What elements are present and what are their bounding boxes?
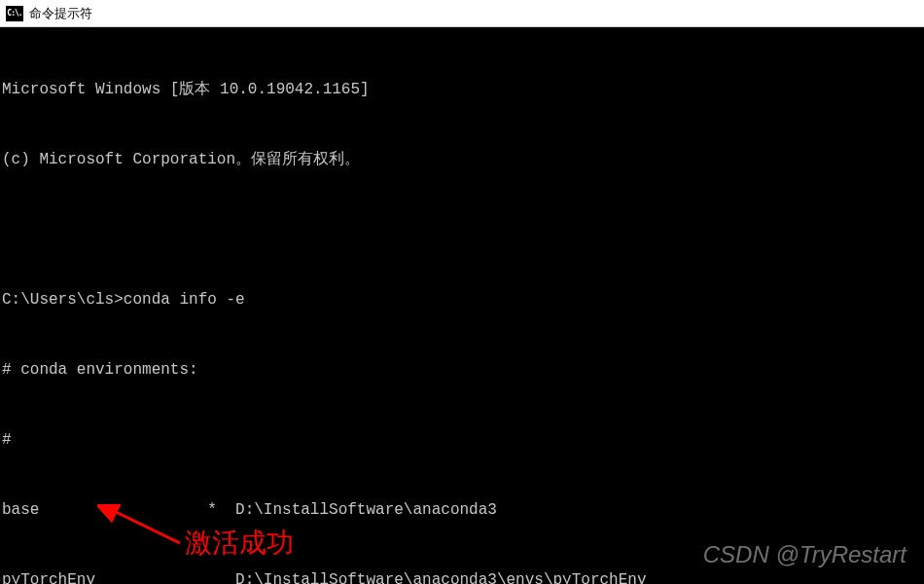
terminal-area[interactable]: Microsoft Windows [版本 10.0.19042.1165] (… bbox=[0, 27, 924, 584]
title-bar[interactable]: C:\. 命令提示符 bbox=[0, 0, 924, 27]
annotation-label: 激活成功 bbox=[185, 531, 294, 555]
cmd-icon-text: C:\. bbox=[7, 9, 21, 18]
window-title: 命令提示符 bbox=[29, 5, 92, 22]
terminal-line: base * D:\InstallSoftware\anaconda3 bbox=[0, 498, 924, 522]
prompt: C:\Users\cls> bbox=[2, 291, 124, 309]
terminal-line: # bbox=[0, 428, 924, 452]
cmd-icon: C:\. bbox=[6, 6, 23, 21]
terminal-line: (c) Microsoft Corporation。保留所有权利。 bbox=[0, 148, 924, 171]
terminal-line: Microsoft Windows [版本 10.0.19042.1165] bbox=[0, 78, 924, 101]
terminal-line: # conda environments: bbox=[0, 358, 924, 382]
terminal-line bbox=[0, 218, 924, 241]
terminal-line: pyTorchEnv D:\InstallSoftware\anaconda3\… bbox=[0, 568, 924, 584]
terminal-line: C:\Users\cls>conda info -e bbox=[0, 288, 924, 311]
watermark-text: CSDN @TryRestart bbox=[703, 543, 906, 566]
command: conda info -e bbox=[124, 291, 245, 309]
